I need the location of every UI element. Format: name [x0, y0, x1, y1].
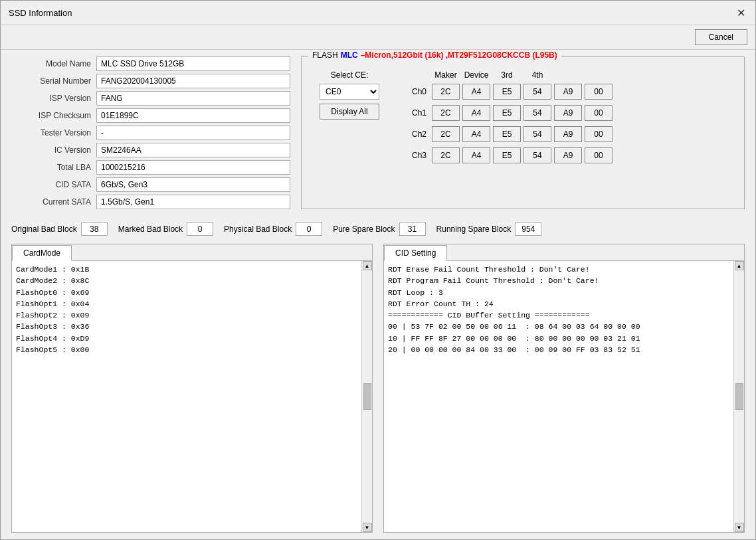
serial-number-value: FANG202004130005: [96, 74, 290, 88]
model-name-label: Model Name: [11, 59, 91, 68]
running-spare-block-item: Running Spare Block 954: [436, 223, 542, 236]
cid-sata-value: 6Gb/S, Gen3: [96, 177, 290, 192]
physical-bad-block-label: Physical Bad Block: [224, 225, 292, 234]
current-sata-label: Current SATA: [11, 197, 91, 207]
card-mode-content: CardMode1 : 0x1B CardMode2 : 0x8C FlashO…: [12, 260, 372, 532]
select-ce-dropdown[interactable]: CE0 CE1 CE2 CE3: [320, 84, 379, 100]
top-section: Model Name MLC SSD Drive 512GB Serial Nu…: [11, 56, 745, 209]
channel-row-ch3: Ch3 2C A4 E5 54 A9 00: [403, 147, 736, 163]
ch3-5th: A9: [554, 147, 582, 163]
total-lba-label: Total LBA: [11, 163, 91, 172]
ch3-device: A4: [462, 147, 490, 163]
ch1-6th: 00: [585, 105, 613, 121]
serial-number-row: Serial Number FANG202004130005: [11, 74, 290, 88]
flash-box: FLASH MLC –Micron,512Gbit (16k) ,MT29F51…: [301, 56, 745, 209]
ch1-maker: 2C: [432, 105, 460, 121]
original-bad-block-value: 38: [81, 223, 108, 236]
cid-scroll-up-arrow[interactable]: ▲: [735, 261, 744, 270]
channel-grid: Maker Device 3rd 4th Ch0 2C A4 E5: [403, 70, 736, 169]
marked-bad-block-value: 0: [187, 223, 213, 236]
current-sata-row: Current SATA 1.5Gb/S, Gen1: [11, 195, 290, 209]
cid-setting-scrollbar[interactable]: ▲ ▼: [733, 261, 744, 532]
isp-version-label: ISP Version: [11, 94, 91, 103]
card-mode-panel: CardMode CardMode1 : 0x1B CardMode2 : 0x…: [11, 244, 373, 533]
ch2-4th: 54: [523, 126, 551, 142]
isp-checksum-label: ISP Checksum: [11, 111, 91, 120]
channel-row-ch2: Ch2 2C A4 E5 54 A9 00: [403, 126, 736, 142]
ch0-label: Ch0: [403, 87, 429, 96]
ch0-6th: 00: [585, 84, 613, 100]
ch0-5th: A9: [554, 84, 582, 100]
tab-card-mode[interactable]: CardMode: [12, 245, 72, 261]
display-all-button[interactable]: Display All: [320, 104, 379, 120]
running-spare-block-label: Running Spare Block: [436, 225, 512, 234]
ch3-6th: 00: [585, 147, 613, 163]
tester-version-label: Tester Version: [11, 128, 91, 137]
total-lba-value: 1000215216: [96, 160, 290, 175]
cid-scroll-down-arrow[interactable]: ▼: [735, 523, 744, 532]
model-name-value: MLC SSD Drive 512GB: [96, 56, 290, 71]
ic-version-value: SM2246AA: [96, 143, 290, 157]
isp-version-value: FANG: [96, 91, 290, 106]
ch0-device: A4: [462, 84, 490, 100]
stats-bar: Original Bad Block 38 Marked Bad Block 0…: [11, 217, 745, 241]
scroll-thumb[interactable]: [363, 383, 371, 410]
scroll-up-arrow[interactable]: ▲: [363, 261, 372, 270]
ic-version-row: IC Version SM2246AA: [11, 143, 290, 157]
cid-scroll-thumb[interactable]: [735, 383, 743, 410]
cid-sata-label: CID SATA: [11, 180, 91, 189]
card-mode-scrollbar[interactable]: ▲ ▼: [361, 261, 372, 532]
ch1-4th: 54: [523, 105, 551, 121]
tab-cid-setting[interactable]: CID Setting: [384, 245, 447, 261]
ic-version-label: IC Version: [11, 145, 91, 155]
pure-spare-block-value: 31: [399, 223, 426, 236]
cid-setting-text: RDT Erase Fail Count Threshold : Don't C…: [384, 261, 733, 532]
select-ce-section: Select CE: CE0 CE1 CE2 CE3 Display All: [310, 70, 389, 120]
ch2-6th: 00: [585, 126, 613, 142]
card-mode-tab-bar: CardMode: [12, 244, 372, 260]
cid-sata-row: CID SATA 6Gb/S, Gen3: [11, 177, 290, 192]
ch0-3rd: E5: [493, 84, 521, 100]
isp-checksum-value: 01E1899C: [96, 108, 290, 123]
flash-controls: Select CE: CE0 CE1 CE2 CE3 Display All: [310, 70, 736, 169]
current-sata-value: 1.5Gb/S, Gen1: [96, 195, 290, 209]
ch1-label: Ch1: [403, 108, 429, 118]
ch2-3rd: E5: [493, 126, 521, 142]
col-4th-header: 4th: [523, 70, 551, 80]
title-bar: SSD Information ✕: [1, 1, 755, 25]
col-maker-header: Maker: [432, 70, 460, 80]
close-button[interactable]: ✕: [734, 6, 747, 19]
select-ce-label: Select CE:: [331, 70, 369, 80]
pure-spare-block-item: Pure Spare Block 31: [333, 223, 425, 236]
marked-bad-block-label: Marked Bad Block: [118, 225, 183, 234]
bottom-section: CardMode CardMode1 : 0x1B CardMode2 : 0x…: [11, 244, 745, 533]
physical-bad-block-value: 0: [296, 223, 322, 236]
grid-header: Maker Device 3rd 4th: [403, 70, 736, 80]
channel-row-ch0: Ch0 2C A4 E5 54 A9 00: [403, 84, 736, 100]
model-name-row: Model Name MLC SSD Drive 512GB: [11, 56, 290, 71]
original-bad-block-label: Original Bad Block: [11, 225, 77, 234]
flash-panel-outer: FLASH MLC –Micron,512Gbit (16k) ,MT29F51…: [301, 56, 745, 209]
cid-setting-tab-bar: CID Setting: [384, 244, 744, 260]
toolbar: Cancel: [1, 25, 755, 50]
ch2-5th: A9: [554, 126, 582, 142]
col-device-header: Device: [462, 70, 490, 80]
ch0-maker: 2C: [432, 84, 460, 100]
ch1-device: A4: [462, 105, 490, 121]
cid-setting-panel: CID Setting RDT Erase Fail Count Thresho…: [383, 244, 745, 533]
ch3-4th: 54: [523, 147, 551, 163]
running-spare-block-value: 954: [515, 223, 541, 236]
scroll-down-arrow[interactable]: ▼: [363, 523, 372, 532]
ch1-5th: A9: [554, 105, 582, 121]
total-lba-row: Total LBA 1000215216: [11, 160, 290, 175]
tester-version-value: -: [96, 126, 290, 140]
flash-rest: –Micron,512Gbit (16k) ,MT29F512G08CKCCB …: [361, 50, 557, 60]
cid-setting-content: RDT Erase Fail Count Threshold : Don't C…: [384, 260, 744, 532]
channel-row-ch1: Ch1 2C A4 E5 54 A9 00: [403, 105, 736, 121]
cancel-button[interactable]: Cancel: [695, 29, 747, 45]
flash-title: FLASH MLC –Micron,512Gbit (16k) ,MT29F51…: [308, 50, 561, 60]
flash-mlc: MLC: [341, 50, 358, 60]
physical-bad-block-item: Physical Bad Block 0: [224, 223, 322, 236]
col-3rd-header: 3rd: [493, 70, 521, 80]
ch2-maker: 2C: [432, 126, 460, 142]
